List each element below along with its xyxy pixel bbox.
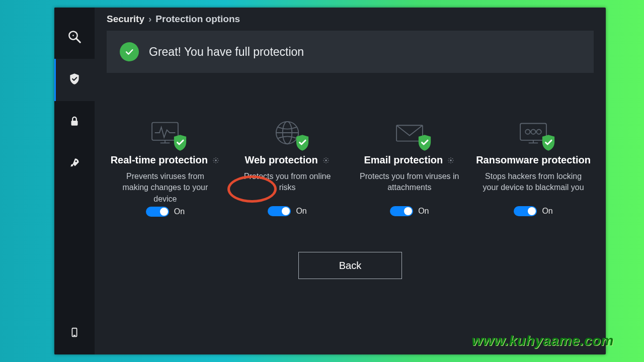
- web-settings-gear-icon[interactable]: [322, 156, 330, 164]
- sidebar-item-security[interactable]: [54, 59, 95, 101]
- card-realtime-protection: Real-time protection Prevents viruses fr…: [107, 118, 224, 217]
- toggle-state: On: [296, 207, 306, 216]
- svg-point-23: [537, 130, 541, 134]
- email-settings-gear-icon[interactable]: [447, 156, 455, 164]
- card-title: Ransomware protection: [476, 154, 591, 166]
- toggle-state: On: [174, 207, 185, 216]
- sidebar: [54, 8, 95, 354]
- svg-point-15: [325, 159, 327, 161]
- svg-point-17: [450, 159, 452, 161]
- main-panel: Security › Protection options Great! You…: [95, 8, 606, 354]
- card-title: Web protection: [245, 154, 317, 166]
- realtime-settings-gear-icon[interactable]: [212, 156, 220, 164]
- svg-point-22: [531, 130, 535, 134]
- protection-cards: Real-time protection Prevents viruses fr…: [107, 118, 594, 217]
- chevron-right-icon: ›: [148, 14, 151, 25]
- web-icon: [269, 118, 306, 147]
- toggle-state: On: [542, 207, 552, 216]
- shield-check-icon: [68, 72, 81, 87]
- svg-rect-4: [71, 121, 78, 126]
- svg-point-11: [215, 159, 217, 161]
- card-email-protection: Email protection Protects you from virus…: [351, 118, 468, 217]
- realtime-toggle[interactable]: [146, 207, 169, 217]
- status-check-icon: [120, 42, 139, 61]
- card-desc: Protects you from online risks: [232, 171, 343, 204]
- card-title: Email protection: [364, 154, 443, 166]
- svg-point-5: [75, 160, 77, 162]
- status-banner: Great! You have full protection: [107, 31, 594, 73]
- email-toggle[interactable]: [390, 206, 413, 216]
- svg-line-1: [76, 39, 80, 43]
- card-web-protection: Web protection Protects you from online …: [229, 118, 346, 217]
- card-title: Real-time protection: [111, 154, 208, 166]
- app-window: Security › Protection options Great! You…: [54, 8, 606, 354]
- breadcrumb-root[interactable]: Security: [107, 14, 144, 25]
- card-desc: Stops hackers from locking your device t…: [476, 171, 591, 204]
- sidebar-item-search[interactable]: [54, 17, 95, 59]
- realtime-icon: [146, 118, 184, 147]
- shield-ok-icon: [541, 134, 556, 151]
- card-desc: Protects you from viruses in attachments: [354, 171, 465, 204]
- status-text: Great! You have full protection: [149, 45, 304, 59]
- ransomware-toggle[interactable]: [514, 206, 537, 216]
- shield-ok-icon: [173, 134, 188, 151]
- card-desc: Prevents viruses from making changes to …: [110, 171, 221, 205]
- mobile-icon: [69, 327, 80, 340]
- shield-ok-icon: [417, 134, 432, 151]
- sidebar-item-privacy[interactable]: [54, 101, 95, 143]
- svg-point-21: [525, 130, 530, 134]
- search-icon: [67, 29, 82, 46]
- back-button[interactable]: Back: [298, 252, 402, 279]
- lock-icon: [68, 115, 81, 130]
- rocket-icon: [68, 157, 81, 172]
- sidebar-item-mobile[interactable]: [54, 312, 95, 354]
- toggle-state: On: [418, 207, 429, 216]
- breadcrumb-current: Protection options: [155, 14, 240, 25]
- web-toggle[interactable]: [268, 206, 291, 216]
- watermark-text: www.kuhyaame.com: [472, 333, 614, 349]
- email-icon: [391, 118, 428, 147]
- shield-ok-icon: [295, 134, 310, 151]
- sidebar-item-performance[interactable]: [54, 143, 95, 186]
- ransomware-icon: [515, 118, 552, 147]
- breadcrumb: Security › Protection options: [107, 14, 594, 25]
- card-ransomware-protection: Ransomware protection Stops hackers from…: [473, 118, 594, 217]
